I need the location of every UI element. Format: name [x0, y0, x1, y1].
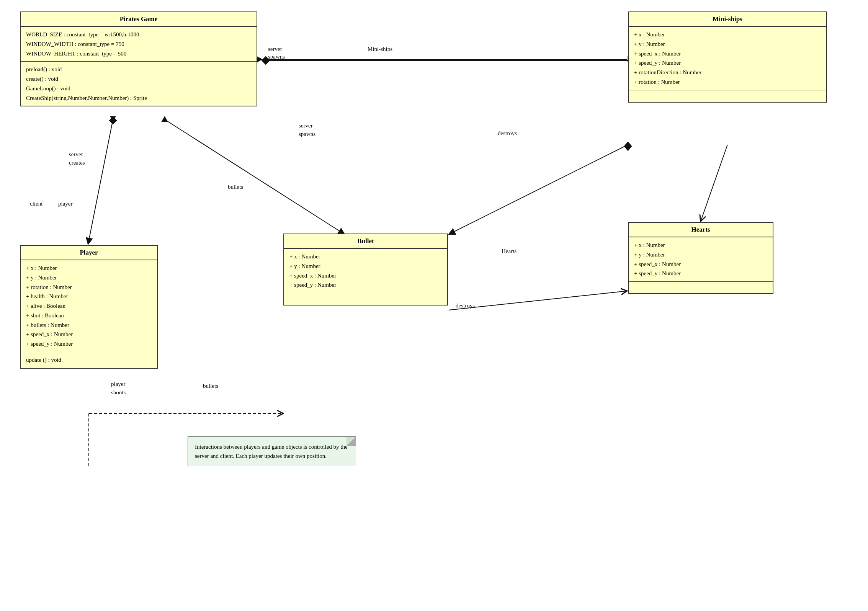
- method-create: create() : void: [26, 74, 251, 84]
- bullet-attributes: + x : Number + y : Number + speed_x : Nu…: [284, 249, 447, 293]
- mini-ships-title: Mini-ships: [629, 12, 826, 27]
- svg-line-6: [165, 119, 345, 234]
- bullet-attr-y: + y : Number: [289, 261, 442, 271]
- svg-marker-10: [109, 117, 117, 124]
- player-attr-bullets: + bullets : Number: [26, 320, 152, 330]
- pirates-game-methods: preload() : void create() : void GameLoo…: [21, 62, 257, 106]
- svg-line-13: [701, 145, 727, 221]
- label-spawns-top: spawns: [268, 54, 285, 60]
- attr-x: + x : Number: [634, 30, 821, 39]
- player-attr-rotation: + rotation : Number: [26, 283, 152, 292]
- mini-ships-attributes: + x : Number + y : Number + speed_x : Nu…: [629, 27, 826, 90]
- pirates-game-class: Pirates Game WORLD_SIZE : constant_type …: [20, 11, 257, 106]
- attr-rotation: + rotation : Number: [634, 77, 821, 87]
- label-client: client: [30, 201, 43, 207]
- label-shoots: shoots: [111, 389, 126, 396]
- player-attr-x: + x : Number: [26, 263, 152, 273]
- player-class: Player + x : Number + y : Number + rotat…: [20, 245, 158, 369]
- attr-rotation-direction: + rotationDirection : Number: [634, 68, 821, 77]
- attr-speed-y: + speed_y : Number: [634, 58, 821, 68]
- player-attr-speed-x: + speed_x : Number: [26, 330, 152, 339]
- svg-line-11: [449, 145, 628, 234]
- svg-line-8: [88, 119, 113, 244]
- label-creates: creates: [69, 160, 85, 166]
- player-method-update: update () : void: [26, 355, 152, 365]
- bullet-attr-speed-y: + speed_y : Number: [289, 280, 442, 290]
- hearts-attr-speed-y: + speed_y : Number: [634, 269, 767, 278]
- label-server2: server: [299, 123, 313, 129]
- hearts-attr-y: + y : Number: [634, 250, 767, 260]
- pirates-game-title: Pirates Game: [21, 12, 257, 27]
- bullet-attr-x: + x : Number: [289, 252, 442, 261]
- label-player-left: player: [58, 201, 72, 207]
- label-server-spawns-top: server: [268, 46, 282, 52]
- hearts-class: Hearts + x : Number + y : Number + speed…: [628, 222, 773, 294]
- hearts-title: Hearts: [629, 223, 773, 237]
- method-createship: CreateShip(string,Number,Number,Number) …: [26, 93, 251, 103]
- svg-line-14: [449, 291, 627, 310]
- player-attributes: + x : Number + y : Number + rotation : N…: [21, 260, 157, 352]
- pirates-game-attributes: WORLD_SIZE : constant_type = w:1500,h:10…: [21, 27, 257, 62]
- hearts-attr-speed-x: + speed_x : Number: [634, 260, 767, 269]
- attr-window-height: WINDOW_HEIGHT : constant_type = 500: [26, 49, 251, 59]
- attr-y: + y : Number: [634, 39, 821, 49]
- attr-world-size: WORLD_SIZE : constant_type = w:1500,h:10…: [26, 30, 251, 39]
- player-attr-shot: + shot : Boolean: [26, 311, 152, 320]
- bullet-attr-speed-x: + speed_x : Number: [289, 271, 442, 281]
- bullet-title: Bullet: [284, 234, 447, 249]
- label-spawns2: spawns: [299, 131, 315, 137]
- svg-marker-7: [162, 116, 168, 122]
- hearts-attributes: + x : Number + y : Number + speed_x : Nu…: [629, 237, 773, 282]
- attr-window-width: WINDOW_WIDTH : constant_type = 750: [26, 39, 251, 49]
- label-mini-ships: Mini-ships: [368, 46, 392, 52]
- hearts-attr-x: + x : Number: [634, 240, 767, 250]
- method-preload: preload() : void: [26, 65, 251, 74]
- interaction-note: Interactions between players and game ob…: [188, 436, 356, 466]
- uml-diagram: Pirates Game WORLD_SIZE : constant_type …: [0, 0, 868, 611]
- label-server-creates: server: [69, 151, 83, 158]
- bullet-empty: [284, 293, 447, 305]
- label-destroys-mid: destroys: [456, 302, 475, 309]
- player-attr-speed-y: + speed_y : Number: [26, 339, 152, 349]
- mini-ships-empty: [629, 90, 826, 102]
- svg-marker-9: [110, 116, 116, 122]
- hearts-empty: [629, 282, 773, 293]
- player-attr-y: + y : Number: [26, 273, 152, 283]
- player-methods: update () : void: [21, 352, 157, 368]
- mini-ships-class: Mini-ships + x : Number + y : Number + s…: [628, 11, 827, 103]
- bullet-class: Bullet + x : Number + y : Number + speed…: [283, 234, 448, 306]
- attr-speed-x: + speed_x : Number: [634, 49, 821, 59]
- method-gameloop: GameLoop() : void: [26, 84, 251, 93]
- svg-marker-12: [624, 142, 632, 151]
- player-title: Player: [21, 246, 157, 260]
- label-player-shoots: player: [111, 381, 125, 387]
- label-bullets-bottom: bullets: [203, 383, 218, 389]
- player-attr-health: + health : Number: [26, 292, 152, 301]
- label-bullets: bullets: [228, 184, 243, 190]
- label-hearts: Hearts: [502, 248, 517, 255]
- label-destroys-top: destroys: [498, 130, 517, 137]
- player-attr-alive: + alive : Boolean: [26, 301, 152, 311]
- note-text: Interactions between players and game ob…: [195, 444, 348, 459]
